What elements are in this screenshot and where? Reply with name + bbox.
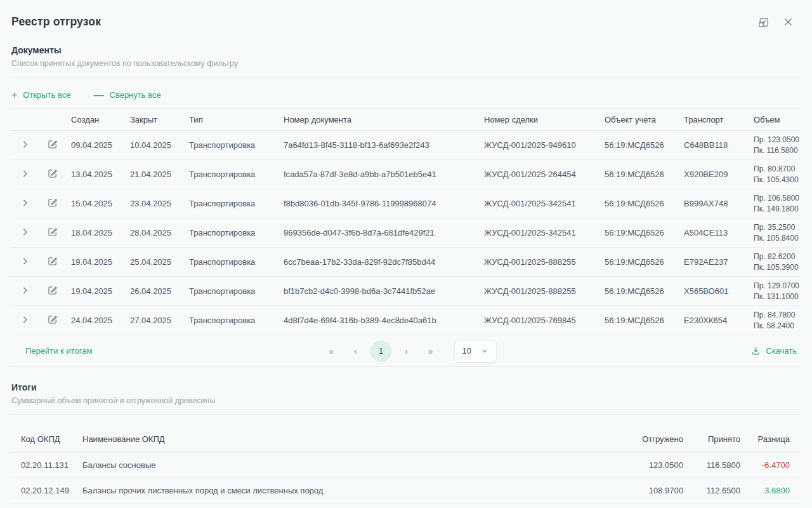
collapse-window-icon[interactable]	[758, 17, 769, 28]
divider	[11, 414, 801, 415]
okpd-code-cell: 02.20.12.149	[11, 478, 82, 504]
object-cell: 56:19:МСД6526	[601, 248, 680, 277]
expand-row-icon[interactable]	[21, 170, 29, 178]
closed-cell: 23.04.2025	[126, 189, 185, 218]
doc-number-cell: bf1b7cb2-d4c0-3998-bd6a-3c7441fb52ae	[280, 277, 480, 306]
header-deal-number: Номер сделки	[480, 109, 601, 131]
created-cell: 15.04.2025	[67, 189, 126, 218]
transport-cell: А504СЕ113	[680, 218, 750, 248]
collapse-all-button[interactable]: — Свернуть все	[94, 90, 161, 100]
transport-cell: Х920ВЕ209	[680, 160, 750, 189]
expand-row-icon[interactable]	[21, 257, 29, 265]
created-cell: 19.04.2025	[67, 277, 126, 306]
doc-number-cell: f8bd8036-01db-345f-9786-119998968074	[280, 189, 480, 218]
header-okpd-name: Наименование ОКПД	[82, 422, 620, 453]
plus-icon: +	[11, 91, 17, 99]
diff-cell: -38.2200	[740, 504, 801, 508]
created-cell: 09.04.2025	[67, 131, 126, 160]
documents-table: Создан Закрыт Тип Номер документа Номер …	[11, 109, 801, 335]
expand-row-icon[interactable]	[21, 199, 29, 207]
table-row[interactable]: 15.04.2025 23.04.2025 Транспортировка f8…	[11, 189, 801, 218]
expand-row-icon[interactable]	[21, 140, 29, 149]
page-size-select[interactable]: 10	[454, 340, 497, 363]
okpd-name-cell: Балансы прочих лиственных пород и смеси …	[82, 478, 620, 504]
download-button[interactable]: Скачать	[751, 346, 797, 356]
table-row[interactable]: 09.04.2025 10.04.2025 Транспортировка 7a…	[11, 131, 801, 160]
created-cell: 18.04.2025	[67, 218, 126, 248]
edit-row-icon[interactable]	[48, 227, 58, 237]
next-page-button[interactable]: ›	[397, 346, 416, 356]
current-page[interactable]: 1	[370, 340, 392, 362]
totals-row: 02.20.12.149 Балансы прочих лиственных п…	[11, 478, 801, 504]
edit-row-icon[interactable]	[48, 197, 58, 208]
totals-subtitle: Суммарный объем принятой и отгруженной д…	[11, 396, 801, 405]
created-cell: 13.04.2025	[67, 160, 126, 189]
header-accepted: Принято	[683, 422, 740, 453]
volume-shipped: Пр. 84.7800	[754, 310, 799, 321]
deal-number-cell: ЖУСД-001/2025-769845	[480, 306, 601, 335]
closed-cell: 21.04.2025	[126, 160, 185, 189]
totals-row: 02.20.11.131 Балансы сосновые 123.0500 1…	[11, 453, 801, 478]
pager: « ‹ 1 › » 10	[322, 340, 497, 363]
edit-row-icon[interactable]	[48, 285, 58, 295]
totals-heading: Итоги	[11, 382, 801, 392]
deal-number-cell: ЖУСД-001/2025-342541	[480, 189, 601, 218]
volume-accepted: Пк. 149.1800	[754, 204, 799, 215]
edit-row-icon[interactable]	[48, 168, 58, 178]
volume-shipped: Пр. 35.2500	[754, 222, 799, 233]
doc-number-cell: 969356de-d047-3f6b-8d7a-681dfe429f21	[280, 218, 480, 248]
expand-row-icon[interactable]	[21, 316, 29, 324]
volume-cell: Пр. 84.7800 Пк. 58.2400	[750, 306, 801, 335]
table-row[interactable]: 24.04.2025 27.04.2025 Транспортировка 4d…	[11, 306, 801, 335]
closed-cell: 26.04.2025	[126, 277, 185, 306]
table-row[interactable]: 19.04.2025 26.04.2025 Транспортировка bf…	[11, 277, 801, 306]
last-page-button[interactable]: »	[421, 346, 440, 356]
close-icon[interactable]	[783, 17, 793, 27]
transport-cell: Е230ХК654	[680, 306, 750, 335]
documents-heading: Документы	[11, 45, 801, 55]
volume-accepted: Пк. 105.4300	[754, 175, 799, 185]
volume-shipped: Пр. 123.0500	[754, 135, 799, 145]
expand-row-icon[interactable]	[21, 286, 29, 295]
edit-row-icon[interactable]	[48, 314, 58, 324]
volume-accepted: Пк. 131.1000	[754, 291, 799, 302]
header-doc-number: Номер документа	[280, 109, 480, 131]
expand-all-button[interactable]: + Открыть все	[11, 90, 71, 100]
edit-row-icon[interactable]	[48, 256, 58, 266]
okpd-name-cell: Балансы сосновые	[82, 453, 620, 478]
deal-number-cell: ЖУСД-001/2025-888255	[480, 277, 601, 306]
transport-cell: В999АХ748	[680, 189, 750, 218]
table-row[interactable]: 18.04.2025 28.04.2025 Транспортировка 96…	[11, 218, 801, 248]
type-cell: Транспортировка	[185, 189, 280, 218]
volume-cell: Пр. 106.5800 Пк. 149.1800	[750, 189, 801, 218]
volume-cell: Пр. 82.6200 Пк. 105.3900	[750, 248, 801, 277]
documents-subtitle: Список принятых документов по пользовате…	[11, 59, 801, 68]
volume-accepted: Пк. 105.3900	[754, 262, 799, 273]
expand-row-icon[interactable]	[21, 228, 29, 236]
type-cell: Транспортировка	[185, 277, 280, 306]
window-controls	[758, 17, 801, 28]
created-cell: 19.04.2025	[67, 248, 126, 277]
table-row[interactable]: 19.04.2025 25.04.2025 Транспортировка 6c…	[11, 248, 801, 277]
doc-number-cell: 4d8f7d4e-69f4-316b-b389-4ec8de40a61b	[280, 306, 480, 335]
header-okpd-code: Код ОКПД	[11, 422, 82, 453]
volume-shipped: Пр. 82.6200	[754, 251, 799, 262]
header-shipped: Отгружено	[620, 422, 683, 453]
prev-page-button[interactable]: ‹	[346, 346, 365, 356]
pagination-bar: Перейти к итогам « ‹ 1 › » 10 Скачать	[11, 335, 801, 367]
edit-row-icon[interactable]	[48, 139, 58, 149]
totals-section: Итоги Суммарный объем принятой и отгруже…	[11, 382, 801, 508]
totals-table: Код ОКПД Наименование ОКПД Отгружено При…	[11, 422, 801, 508]
header-diff: Разница	[740, 422, 801, 453]
deal-number-cell: ЖУСД-001/2025-264454	[480, 160, 601, 189]
object-cell: 56:19:МСД6526	[601, 218, 680, 248]
okpd-name-cell: Бревна осиновые для распиловки и строган…	[82, 504, 620, 508]
table-row[interactable]: 13.04.2025 21.04.2025 Транспортировка fc…	[11, 160, 801, 189]
first-page-button[interactable]: «	[322, 346, 341, 356]
go-to-totals-link[interactable]: Перейти к итогам	[25, 346, 92, 356]
chevron-down-icon	[481, 347, 489, 355]
volume-cell: Пр. 123.0500 Пк. 116.5800	[750, 131, 801, 160]
diff-cell: 3.6800	[740, 478, 801, 504]
type-cell: Транспортировка	[185, 248, 280, 277]
divider	[11, 77, 801, 77]
